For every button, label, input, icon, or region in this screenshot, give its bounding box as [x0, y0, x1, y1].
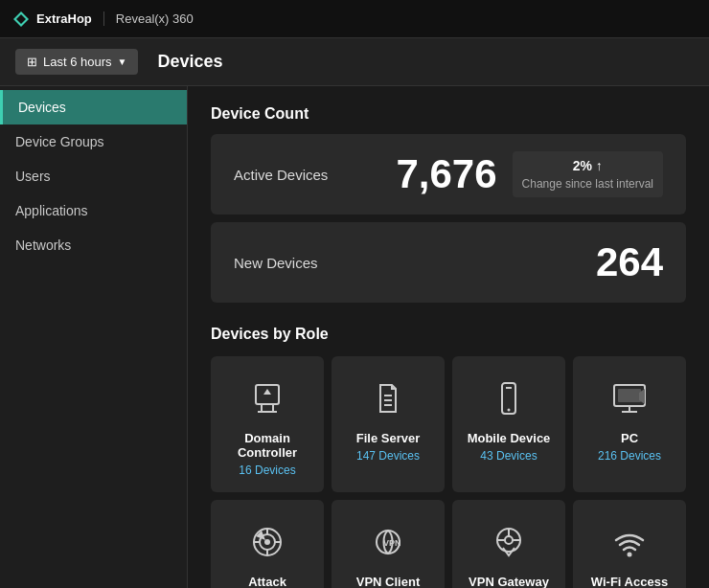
pc-icon	[606, 375, 652, 421]
sidebar-item-devices[interactable]: Devices	[0, 90, 187, 124]
role-card-mobile[interactable]: Mobile Device 43 Devices	[452, 356, 565, 492]
svg-rect-12	[618, 389, 641, 402]
svg-point-27	[628, 553, 632, 557]
time-range-button[interactable]: ⊞ Last 6 hours ▼	[15, 49, 138, 75]
svg-point-23	[505, 536, 513, 544]
navbar: ⊞ Last 6 hours ▼ Devices	[0, 38, 709, 86]
attack-simulator-icon	[244, 519, 290, 565]
topbar: ExtraHop Reveal(x) 360	[0, 0, 709, 38]
vpn-client-icon: VPN	[365, 519, 411, 565]
time-range-icon: ⊞	[27, 55, 37, 69]
vpn-client-name: VPN Client	[356, 575, 420, 588]
change-label: Change since last interval	[522, 176, 653, 192]
mobile-count: 43 Devices	[480, 449, 537, 463]
file-server-count: 147 Devices	[356, 449, 420, 463]
layout: Devices Device Groups Users Applications…	[0, 86, 709, 588]
sidebar: Devices Device Groups Users Applications…	[0, 86, 188, 588]
pc-name: PC	[621, 431, 638, 445]
chevron-down-icon: ▼	[118, 57, 127, 67]
mobile-icon	[486, 375, 532, 421]
new-devices-count: 264	[596, 239, 663, 285]
page-title: Devices	[157, 52, 222, 72]
app-title: Reveal(x) 360	[103, 11, 194, 26]
role-grid: Domain Controller 16 Devices File Server…	[211, 356, 686, 588]
role-card-vpn-gateway[interactable]: VPN Gateway 7 Devices	[452, 500, 565, 588]
wifi-name: Wi-Fi Access Point	[583, 575, 676, 588]
logo: ExtraHop	[11, 10, 92, 29]
time-range-label: Last 6 hours	[43, 55, 112, 69]
extrahop-logo-icon	[11, 10, 31, 29]
device-count-title: Device Count	[211, 105, 686, 123]
main-content: Device Count Active Devices 7,676 2% ↑ C…	[188, 86, 709, 588]
sidebar-item-device-groups[interactable]: Device Groups	[0, 124, 187, 159]
sidebar-item-users[interactable]: Users	[0, 159, 187, 193]
count-cards: Active Devices 7,676 2% ↑ Change since l…	[211, 134, 686, 303]
pc-count: 216 Devices	[598, 449, 661, 463]
domain-controller-name: Domain Controller	[220, 431, 314, 460]
active-devices-right: 7,676 2% ↑ Change since last interval	[396, 151, 663, 197]
mobile-name: Mobile Device	[468, 431, 551, 445]
role-card-file-server[interactable]: File Server 147 Devices	[332, 356, 445, 492]
file-server-name: File Server	[356, 431, 421, 445]
role-card-pc[interactable]: PC 216 Devices	[573, 356, 686, 492]
role-card-wifi[interactable]: Wi-Fi Access Point 75 Devices	[573, 500, 686, 588]
role-card-attack-simulator[interactable]: Attack Simulator 2 Devices	[211, 500, 324, 588]
change-pct: 2% ↑	[522, 157, 653, 176]
active-devices-card: Active Devices 7,676 2% ↑ Change since l…	[211, 134, 686, 215]
new-devices-label: New Devices	[234, 255, 318, 271]
file-server-icon	[365, 375, 411, 421]
change-badge: 2% ↑ Change since last interval	[513, 151, 663, 197]
devices-by-role-title: Devices by Role	[211, 326, 686, 343]
sidebar-item-networks[interactable]: Networks	[0, 228, 187, 262]
wifi-icon	[606, 519, 652, 565]
svg-text:VPN: VPN	[383, 538, 401, 548]
role-card-vpn-client[interactable]: VPN VPN Client 148 Devices	[332, 500, 445, 588]
attack-simulator-name: Attack Simulator	[220, 575, 314, 588]
logo-text: ExtraHop	[36, 11, 92, 26]
active-devices-label: Active Devices	[234, 167, 328, 183]
domain-controller-count: 16 Devices	[239, 464, 295, 477]
vpn-gateway-icon	[486, 519, 532, 565]
new-devices-card: New Devices 264	[211, 222, 686, 303]
svg-point-7	[508, 409, 511, 412]
vpn-gateway-name: VPN Gateway	[469, 575, 549, 588]
sidebar-item-applications[interactable]: Applications	[0, 193, 187, 228]
role-card-domain-controller[interactable]: Domain Controller 16 Devices	[211, 356, 324, 492]
domain-controller-icon	[244, 375, 290, 421]
active-devices-count: 7,676	[396, 151, 496, 197]
